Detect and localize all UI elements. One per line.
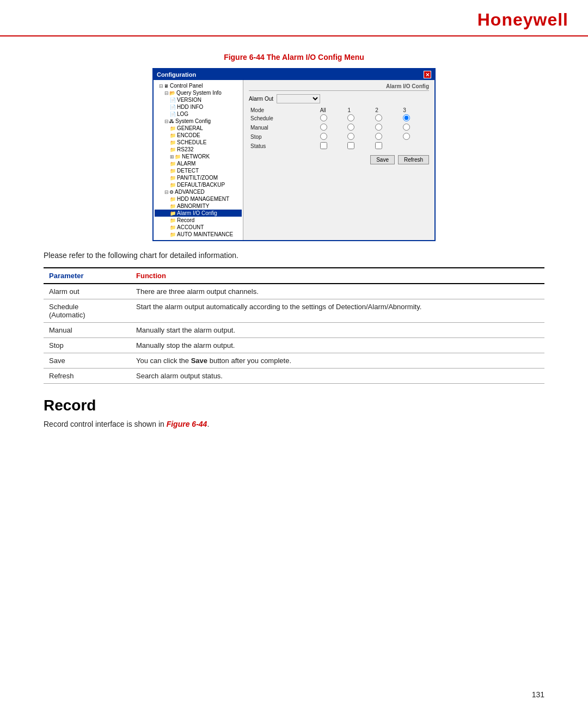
config-tree: ⊟ 🖥 Control Panel ⊟ 📂 Query System Info … xyxy=(154,80,243,240)
manual-radio-1[interactable] xyxy=(346,123,373,132)
table-row: Stop Manually stop the alarm output. xyxy=(44,338,544,353)
stop-radio-all[interactable] xyxy=(318,132,346,142)
tree-item-abnormity[interactable]: ABNORMITY xyxy=(155,202,242,210)
schedule-radio-2[interactable] xyxy=(373,114,401,123)
tree-item-pantiltzoom[interactable]: PAN/TILT/ZOOM xyxy=(155,174,242,181)
tree-item-alarm[interactable]: ALARM xyxy=(155,160,242,167)
manual-radio-3[interactable] xyxy=(401,123,429,132)
tree-item-defaultbackup[interactable]: DEFAULT/BACKUP xyxy=(155,181,242,188)
func-schedule: Start the alarm output automatically acc… xyxy=(131,299,544,323)
folder-icon-defaultbackup xyxy=(170,182,176,188)
tree-item-hddmgmt[interactable]: HDD MANAGEMENT xyxy=(155,195,242,202)
schedule-radio-3[interactable] xyxy=(401,114,429,123)
status-cb-1[interactable] xyxy=(318,142,346,151)
header-parameter: Parameter xyxy=(44,268,131,284)
tree-item-record[interactable]: Record xyxy=(155,217,242,224)
param-schedule: Schedule(Automatic) xyxy=(44,299,131,323)
tree-item-schedule[interactable]: SCHEDULE xyxy=(155,139,242,146)
tree-icon-control-panel: 🖥 xyxy=(164,83,169,89)
tree-item-rs232[interactable]: RS232 xyxy=(155,146,242,153)
tree-item-network[interactable]: ⊞ NETWORK xyxy=(155,153,242,160)
folder-icon-alarmioconfig xyxy=(170,211,176,216)
param-stop: Stop xyxy=(44,338,131,353)
honeywell-logo: Honeywell xyxy=(477,10,568,30)
folder-icon-schedule xyxy=(170,140,176,145)
stop-radio-1[interactable] xyxy=(346,132,373,142)
tree-item-advanced[interactable]: ⊟ ⚙ ADVANCED xyxy=(155,188,242,195)
tree-item-control-panel[interactable]: ⊟ 🖥 Control Panel xyxy=(155,82,242,89)
table-header-row: Parameter Function xyxy=(44,268,544,284)
folder-icon-rs232 xyxy=(170,147,176,152)
config-window-title: Configuration xyxy=(157,71,196,78)
table-row: Manual Manually start the alarm output. xyxy=(44,323,544,338)
icon-advanced: ⚙ xyxy=(169,189,174,195)
schedule-radio-1[interactable] xyxy=(346,114,373,123)
folder-icon-detect xyxy=(170,168,176,174)
main-content: Figure 6-44 The Alarm I/O Config Menu Co… xyxy=(0,36,588,450)
folder-icon-pantiltzoom xyxy=(170,175,176,181)
config-button-row: Save Refresh xyxy=(249,155,429,164)
param-alarm-out: Alarm out xyxy=(44,284,131,299)
manual-radio-2[interactable] xyxy=(373,123,401,132)
tree-item-log[interactable]: LOG xyxy=(155,111,242,118)
manual-radio-all[interactable] xyxy=(318,123,346,132)
stop-radio-3[interactable] xyxy=(401,132,429,142)
folder-icon-general xyxy=(170,126,176,131)
table-row: Save You can click the Save button after… xyxy=(44,353,544,369)
record-text-after: . xyxy=(207,420,209,428)
folder-icon-account xyxy=(170,225,176,230)
save-button[interactable]: Save xyxy=(370,155,395,164)
func-save: You can click the Save button after you … xyxy=(131,353,544,369)
status-cb-3[interactable] xyxy=(373,142,401,151)
page-number: 131 xyxy=(532,690,544,699)
folder-icon-abnormity xyxy=(170,204,176,209)
record-heading: Record xyxy=(44,397,544,414)
func-manual: Manually start the alarm output. xyxy=(131,323,544,338)
tree-item-encode[interactable]: ENCODE xyxy=(155,132,242,139)
record-text: Record control interface is shown in Fig… xyxy=(44,420,544,428)
tree-item-detect[interactable]: DETECT xyxy=(155,167,242,174)
table-row-mode: Mode All 1 2 3 xyxy=(249,107,429,114)
config-window: Configuration ✕ ⊟ 🖥 Control Panel ⊟ 📂 Qu… xyxy=(152,68,436,241)
table-row: Alarm out There are three alarm output c… xyxy=(44,284,544,299)
folder-icon-automaint xyxy=(170,232,176,237)
status-cb-2[interactable] xyxy=(346,142,373,151)
mode-col-all: All xyxy=(318,107,346,114)
func-stop: Manually stop the alarm output. xyxy=(131,338,544,353)
tree-item-automaint[interactable]: AUTO MAINTENANCE xyxy=(155,231,242,238)
header: Honeywell xyxy=(0,0,588,36)
parameter-table: Parameter Function Alarm out There are t… xyxy=(44,267,544,384)
tree-item-general[interactable]: GENERAL xyxy=(155,125,242,132)
func-alarm-out: There are three alarm output channels. xyxy=(131,284,544,299)
status-label: Status xyxy=(249,142,318,151)
folder-icon-record xyxy=(170,218,176,223)
stop-radio-2[interactable] xyxy=(373,132,401,142)
schedule-label: Schedule xyxy=(249,114,318,123)
folder-icon-alarm xyxy=(170,161,176,167)
alarm-out-select[interactable] xyxy=(277,94,320,103)
config-close-button[interactable]: ✕ xyxy=(424,71,431,78)
record-section: Record Record control interface is shown… xyxy=(44,397,544,428)
schedule-radio-all[interactable] xyxy=(318,114,346,123)
description-text: Please refer to the following chart for … xyxy=(44,251,544,260)
tree-item-version[interactable]: VERSION xyxy=(155,96,242,103)
table-row-stop: Stop xyxy=(249,132,429,142)
param-save: Save xyxy=(44,353,131,369)
refresh-button[interactable]: Refresh xyxy=(398,155,429,164)
folder-icon-network xyxy=(175,154,181,159)
expand-icon-network: ⊞ xyxy=(170,154,174,159)
expand-icon-advanced: ⊟ xyxy=(164,189,169,195)
table-row: Refresh Search alarm output status. xyxy=(44,369,544,384)
mode-col-1: 1 xyxy=(346,107,373,114)
tree-item-account[interactable]: ACCOUNT xyxy=(155,224,242,231)
expand-icon-query: ⊟ xyxy=(164,90,169,96)
tree-item-sysconfig[interactable]: ⊟ 🖧 System Config xyxy=(155,118,242,125)
tree-item-query[interactable]: ⊟ 📂 Query System Info xyxy=(155,89,242,96)
record-text-before: Record control interface is shown in xyxy=(44,420,167,428)
table-row: Schedule(Automatic) Start the alarm outp… xyxy=(44,299,544,323)
tree-item-hddinfo[interactable]: HDD INFO xyxy=(155,103,242,111)
param-manual: Manual xyxy=(44,323,131,338)
tree-item-alarmioconfig[interactable]: Alarm I/O Config xyxy=(155,210,242,217)
folder-icon-hddmgmt xyxy=(170,197,176,202)
config-body: ⊟ 🖥 Control Panel ⊟ 📂 Query System Info … xyxy=(154,80,434,240)
